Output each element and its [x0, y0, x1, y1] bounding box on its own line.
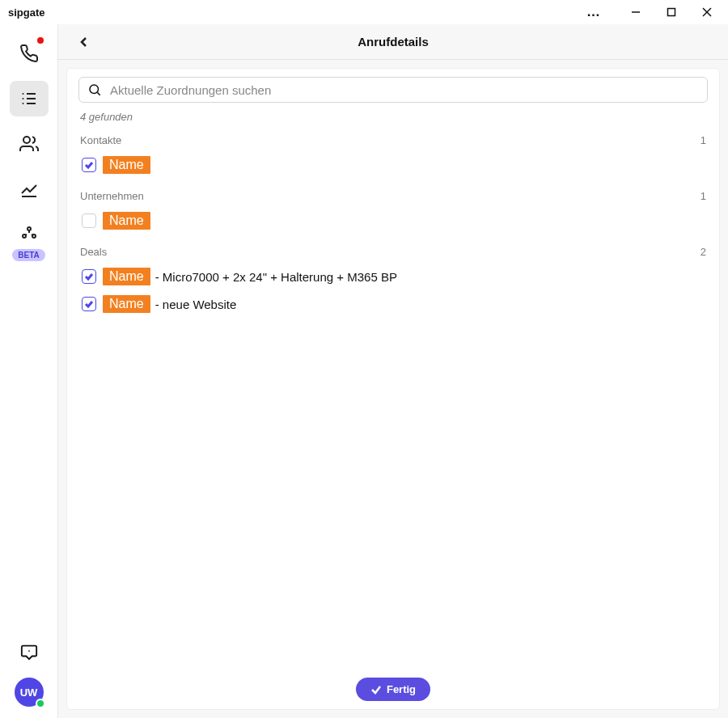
sidebar-item-team-beta[interactable]: BETA: [10, 217, 49, 261]
footer-actions: Fertig: [67, 678, 719, 701]
section-title: Unternehmen: [80, 190, 144, 202]
check-icon: [370, 684, 382, 695]
sidebar-item-analytics[interactable]: [10, 171, 49, 207]
search-icon: [87, 82, 102, 97]
redacted-name-tag: Name: [103, 212, 150, 230]
list-item[interactable]: Name - neue Website: [78, 290, 708, 318]
maximize-icon: [666, 6, 677, 18]
search-container: [78, 77, 708, 103]
back-button[interactable]: [68, 26, 100, 58]
phone-icon: [19, 44, 39, 63]
app-title: sipgate: [8, 6, 45, 19]
window-titlebar: sipgate …: [0, 0, 728, 24]
window-close-button[interactable]: [689, 0, 725, 24]
section-count: 1: [700, 134, 706, 146]
checkbox[interactable]: [82, 269, 96, 284]
section-head-unternehmen: Unternehmen 1: [80, 190, 706, 202]
check-icon: [84, 160, 94, 170]
team-icon: [19, 225, 39, 244]
check-icon: [84, 299, 94, 309]
svg-point-15: [90, 85, 99, 94]
sidebar-item-feedback[interactable]: [18, 640, 40, 663]
presence-indicator: [36, 699, 45, 708]
redacted-name-tag: Name: [103, 268, 150, 285]
redacted-name-tag: Name: [103, 295, 150, 313]
section-head-kontakte: Kontakte 1: [80, 134, 706, 146]
done-button[interactable]: Fertig: [356, 678, 430, 701]
svg-point-9: [22, 103, 23, 104]
svg-line-16: [97, 92, 99, 95]
list-icon: [19, 89, 39, 108]
main-panel: Anrufdetails 4 gefunden Kontakte 1 Name …: [58, 24, 728, 718]
svg-rect-1: [668, 9, 675, 16]
results-count: 4 gefunden: [80, 111, 706, 123]
deal-title-suffix: - neue Website: [155, 298, 237, 311]
redacted-name-tag: Name: [103, 156, 150, 174]
deal-title-suffix: - Micro7000 + 2x 24" + Halterung + M365 …: [155, 270, 397, 284]
content-area: 4 gefunden Kontakte 1 Name Unternehmen 1…: [66, 68, 720, 710]
section-title: Deals: [80, 246, 107, 258]
notification-dot: [37, 37, 44, 44]
chart-icon: [19, 180, 39, 199]
done-button-label: Fertig: [387, 683, 416, 695]
section-count: 1: [700, 190, 706, 202]
check-icon: [84, 272, 94, 281]
sidebar: BETA UW: [0, 24, 58, 718]
page-header: Anrufdetails: [58, 24, 728, 60]
chat-icon: [20, 643, 38, 661]
svg-point-11: [28, 227, 31, 230]
sidebar-item-contacts[interactable]: [10, 126, 49, 162]
window-controls: …: [576, 0, 725, 24]
sidebar-item-list[interactable]: [10, 81, 49, 116]
checkbox[interactable]: [82, 213, 96, 228]
minimize-icon: [630, 6, 641, 18]
window-minimize-button[interactable]: [618, 0, 654, 24]
svg-point-8: [22, 98, 23, 99]
section-head-deals: Deals 2: [80, 246, 706, 258]
list-item[interactable]: Name: [78, 151, 708, 179]
section-count: 2: [700, 246, 706, 258]
people-icon: [19, 134, 39, 154]
search-input[interactable]: [110, 83, 699, 97]
page-title: Anrufdetails: [58, 35, 728, 49]
checkbox[interactable]: [82, 158, 96, 172]
svg-point-10: [23, 137, 30, 143]
chevron-left-icon: [78, 36, 91, 49]
sidebar-item-phone[interactable]: [10, 36, 49, 71]
list-item[interactable]: Name: [78, 207, 708, 234]
svg-point-14: [28, 650, 30, 652]
avatar-initials: UW: [20, 686, 38, 699]
close-icon: [701, 6, 713, 18]
svg-point-7: [22, 93, 23, 95]
window-maximize-button[interactable]: [654, 0, 689, 24]
user-avatar[interactable]: UW: [15, 678, 44, 707]
checkbox[interactable]: [82, 297, 96, 311]
list-item[interactable]: Name - Micro7000 + 2x 24" + Halterung + …: [78, 263, 708, 290]
section-title: Kontakte: [80, 134, 121, 146]
window-more-button[interactable]: …: [576, 0, 612, 24]
